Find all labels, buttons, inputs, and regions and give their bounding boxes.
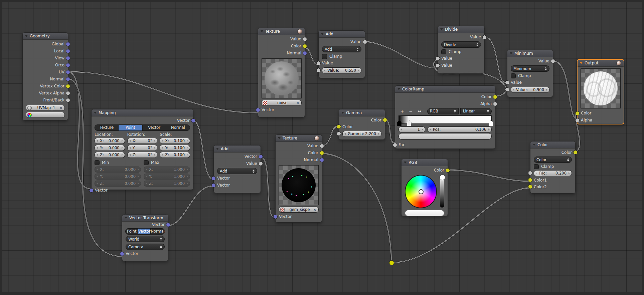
location-x-field[interactable]: X:0.000 (95, 138, 125, 144)
operation-dropdown[interactable]: Divide (441, 41, 481, 48)
node-output-header[interactable]: Output (578, 60, 624, 67)
min-x-field[interactable]: X:0.000 (95, 167, 141, 173)
min-y-field[interactable]: Y:0.000 (95, 174, 141, 180)
uvmap-field[interactable]: UVMap_1 × (26, 105, 65, 111)
color-wheel-cursor[interactable] (419, 189, 424, 194)
socket-view-out[interactable] (66, 56, 70, 60)
socket-color-out[interactable] (493, 95, 497, 99)
add-stop-button[interactable]: + (398, 109, 406, 114)
node-gamma[interactable]: Gamma Color Color Gamma:2.200 (339, 109, 385, 140)
tab-texture[interactable]: Texture (95, 125, 119, 130)
scale-x-field[interactable]: X:0.100 (160, 138, 190, 144)
operation-dropdown[interactable]: Minimum (511, 65, 549, 72)
wire-gamma-color-out-to-colorramp-fac[interactable] (384, 120, 394, 143)
tab-point[interactable]: Point (126, 229, 138, 234)
collapse-caret-icon[interactable] (25, 35, 28, 37)
rgb-color-swatch[interactable] (405, 210, 444, 216)
node-colorramp-header[interactable]: ColorRamp (395, 86, 495, 93)
socket-normal-out[interactable] (303, 51, 307, 55)
wire-tex-noise-color-to-add-val-value1[interactable] (304, 48, 318, 64)
socket-global-out[interactable] (66, 42, 70, 46)
socket-normal-out[interactable] (320, 158, 324, 162)
wire-mapping-vector-out-to-add-vec-vector1[interactable] (193, 120, 213, 179)
wire-tex-gem-value-to-gamma-color-in[interactable] (321, 126, 338, 146)
socket-color-out[interactable] (303, 44, 307, 48)
node-minimum-header[interactable]: Minimum (507, 50, 553, 57)
collapse-caret-icon[interactable] (580, 62, 583, 64)
max-checkbox[interactable] (144, 160, 149, 165)
node-math-add[interactable]: Add Value Add Clamp Value Value:0.550 (318, 30, 365, 78)
node-math-minimum[interactable]: Minimum Value Minimum Clamp Value Value:… (507, 50, 553, 97)
socket-color1-in[interactable] (528, 178, 532, 182)
collapse-caret-icon[interactable] (216, 148, 219, 150)
convert-from-dropdown[interactable]: World (126, 236, 165, 242)
socket-vector-out[interactable] (259, 155, 263, 159)
socket-normal-out[interactable] (66, 77, 70, 81)
socket-color-in[interactable] (575, 111, 580, 115)
ramp-stop-end[interactable] (489, 120, 493, 126)
wire-tex-gem-color-to-reroute[interactable] (321, 153, 391, 263)
socket-fac-in[interactable] (528, 171, 532, 175)
node-vector-add-header[interactable]: Add (214, 145, 261, 153)
wire-divide-value-out-to-minimum-value1[interactable] (484, 37, 507, 83)
socket-gamma-in[interactable] (337, 131, 341, 136)
socket-fac-in[interactable] (393, 143, 397, 147)
wire-minimum-value-out-to-output-alpha[interactable] (552, 61, 577, 119)
clamp-checkbox[interactable] (511, 73, 516, 78)
wire-add-vec-vector-out-to-tex-gem-vector[interactable] (260, 157, 275, 218)
socket-vector1-in[interactable] (211, 176, 216, 181)
collapse-caret-icon[interactable] (440, 28, 443, 30)
socket-uv-out[interactable] (66, 70, 70, 74)
node-texture-noise[interactable]: Texture Value Color Normal noise × Vecto… (258, 28, 305, 117)
socket-value-out[interactable] (363, 40, 367, 44)
interpolation-dropdown[interactable]: Linear (460, 108, 492, 114)
socket-color2-in[interactable] (528, 185, 532, 189)
collapse-caret-icon[interactable] (278, 137, 281, 139)
value-slider[interactable]: Value:0.900 (511, 87, 549, 93)
convert-to-dropdown[interactable]: Camera (126, 244, 165, 250)
position-field[interactable]: Pos:0.106 (428, 126, 492, 132)
collapse-caret-icon[interactable] (533, 144, 535, 146)
socket-color-out[interactable] (446, 168, 450, 173)
wire-tex-gem-value-to-gamma-color-in[interactable] (321, 126, 338, 146)
active-index-field[interactable]: 1 (398, 126, 425, 132)
socket-value2-in[interactable] (505, 87, 509, 92)
wire-rgb-color-out-to-mix-color1[interactable] (447, 170, 530, 181)
collapse-caret-icon[interactable] (321, 33, 324, 35)
scale-z-field[interactable]: Z:0.100 (160, 152, 190, 158)
ramp-stop-1-active[interactable] (407, 120, 411, 126)
collapse-caret-icon[interactable] (94, 112, 97, 114)
collapse-caret-icon[interactable] (125, 217, 127, 219)
active-stop-color-swatch[interactable] (398, 133, 492, 139)
node-texture-header[interactable]: Texture (258, 28, 305, 35)
node-editor-canvas[interactable]: Geometry Global Local View Orco UV Norma… (0, 0, 644, 295)
wire-divide-value-out-to-minimum-value1[interactable] (484, 37, 507, 83)
location-z-field[interactable]: Z:0.000 (95, 152, 125, 158)
tab-normal[interactable]: Normal (151, 229, 165, 234)
collapse-caret-icon[interactable] (404, 162, 407, 164)
socket-value1-in[interactable] (505, 80, 509, 85)
rotation-x-field[interactable]: X:0° (127, 138, 158, 144)
socket-vector2-in[interactable] (211, 183, 216, 188)
rotation-y-field[interactable]: Y:0° (127, 145, 158, 151)
socket-orco-out[interactable] (66, 63, 70, 67)
texture-name-field[interactable]: gem_sispe × (279, 207, 319, 213)
node-output[interactable]: Output Color Alpha (577, 59, 624, 124)
node-rgb[interactable]: RGB Color (401, 159, 448, 216)
collapse-caret-icon[interactable] (397, 88, 400, 90)
socket-value-out[interactable] (303, 37, 307, 41)
clamp-checkbox[interactable] (322, 54, 327, 59)
node-divide-header[interactable]: Divide (438, 26, 484, 33)
close-icon[interactable]: × (296, 101, 301, 105)
flip-ramp-button[interactable]: ↔ (416, 109, 423, 114)
colorramp-gradient-bar[interactable] (398, 115, 492, 124)
node-mapping-header[interactable]: Mapping (92, 109, 193, 116)
gamma-slider[interactable]: Gamma:2.200 (342, 131, 381, 137)
socket-color-out[interactable] (573, 150, 578, 155)
socket-vector-out[interactable] (166, 223, 170, 227)
node-mapping[interactable]: Mapping Vector Texture Point Vector Norm… (91, 109, 193, 190)
operation-dropdown[interactable]: Add (217, 168, 257, 174)
socket-value-out[interactable] (482, 35, 487, 39)
collapse-caret-icon[interactable] (261, 30, 263, 32)
material-sphere-icon[interactable] (616, 61, 621, 66)
